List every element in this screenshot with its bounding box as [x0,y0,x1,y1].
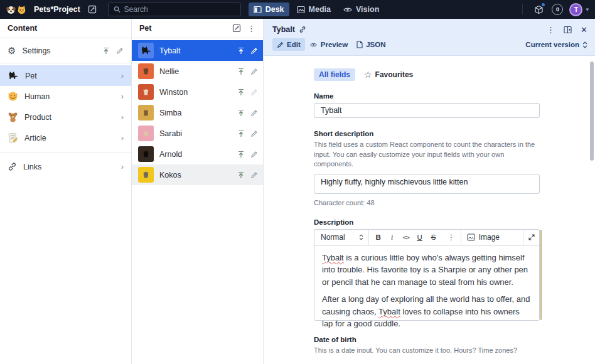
edit-pencil-icon[interactable] [250,151,258,158]
pet-row-kokos[interactable]: Kokos [132,164,263,185]
chevron-right-icon: › [121,162,124,171]
pet-thumbnail [138,105,154,120]
pet-name: Winston [159,88,232,97]
comments-count-badge[interactable]: 0 [550,3,564,16]
updates-package-icon[interactable] [532,3,545,16]
app-root: Pets*Project Desk [0,0,595,364]
tab-vision[interactable]: Vision [338,3,384,16]
sidebar-item-settings[interactable]: ⚙ Settings [0,40,131,61]
pet-row-winston[interactable]: Winston [132,82,263,102]
strikethrough-button[interactable]: S [428,232,439,243]
edit-pencil-icon[interactable] [116,47,124,55]
tool-menu: Desk Media Vision [249,3,385,16]
underline-button[interactable]: U [414,232,426,243]
pet-row-sarabi[interactable]: Sarabi [132,123,263,144]
edit-pencil-icon[interactable] [250,68,258,75]
bold-button[interactable]: B [373,232,384,243]
field-label: Short description [314,130,540,137]
search-box[interactable] [108,3,241,16]
split-pane-icon[interactable] [564,26,572,34]
edit-pencil-icon[interactable] [250,88,258,96]
black-cat-icon [8,71,19,81]
paragraph: Tybalt is a curious little boy who's alw… [322,252,532,289]
sidebar-item-links[interactable]: Links › [0,156,131,177]
tab-desk[interactable]: Desk [249,3,289,16]
document-menu-icon[interactable]: ⋮ [547,25,555,35]
sidebar-item-pet[interactable]: Pet › [0,65,131,86]
project-title[interactable]: Pets*Project [34,5,80,14]
group-tab-favourites[interactable]: ☆ Favourites [364,70,413,80]
divider [0,152,131,153]
sidebar-item-human[interactable]: Human › [0,86,131,107]
dog-emoji-icon [6,5,16,14]
scrollbar-thumb[interactable] [590,62,594,161]
publish-icon[interactable] [237,151,245,158]
user-menu[interactable]: T ▾ [569,3,589,16]
sidebar-item-label: Links [23,163,41,171]
edit-pencil-icon[interactable] [250,171,258,179]
pet-thumbnail [138,126,154,141]
code-button[interactable]: <> [400,232,412,243]
memo-icon [8,132,18,143]
sidebar-item-label: Article [24,134,46,142]
updates-dot [542,3,545,6]
edit-pencil-icon[interactable] [250,109,258,117]
pet-thumbnail [138,63,154,79]
document-pane: Tybalt ⋮ ✕ [264,19,595,364]
tab-json[interactable]: JSON [352,38,390,51]
topbar-divider [522,4,523,15]
sidebar-title: Content [8,24,124,33]
expand-editor-icon[interactable] [523,230,539,245]
publish-icon[interactable] [237,68,245,75]
field-help-text: This field uses a custom React component… [314,140,540,169]
sidebar-item-product[interactable]: Product › [0,107,131,127]
publish-icon[interactable] [237,171,245,179]
vision-eye-icon [343,6,352,14]
field-label: Description [314,218,540,226]
pet-list-pane: Pet ⋮ Tybalt [132,19,264,364]
pet-row-nellie[interactable]: Nellie [132,61,263,82]
pet-row-simba[interactable]: Simba [132,102,263,123]
character-count: Character count: 48 [314,199,540,206]
edit-pencil-icon[interactable] [250,47,258,55]
pet-thumbnail [138,43,154,58]
cat-emoji-icon [17,5,26,14]
edit-pencil-icon[interactable] [250,130,258,137]
field-date-of-birth: Date of birth This is a date input. You … [314,336,540,353]
name-input[interactable] [314,103,540,118]
tab-media[interactable]: Media [292,3,336,16]
field-name: Name [314,92,540,118]
pet-thumbnail [138,84,154,100]
overflow-menu-icon[interactable]: ⋮ [247,24,255,33]
change-indicator-bar[interactable] [540,230,542,320]
publish-icon[interactable] [102,47,110,55]
toolbar-overflow-icon[interactable]: ⋮ [446,232,457,243]
close-icon[interactable]: ✕ [581,25,587,35]
tab-edit[interactable]: Edit [272,38,305,51]
publish-icon[interactable] [237,130,245,137]
create-new-icon[interactable] [232,24,241,33]
pet-name: Kokos [159,171,232,179]
pet-row-tybalt[interactable]: Tybalt [132,40,263,61]
sidebar-item-article[interactable]: Article › [0,127,131,148]
tab-preview[interactable]: Preview [305,38,352,51]
italic-button[interactable]: i [387,232,398,243]
top-bar: Pets*Project Desk [0,0,595,19]
rich-text-content[interactable]: Tybalt is a curious little boy who's alw… [314,246,539,320]
field-description: Description Normal B i <> [314,218,540,321]
sidebar-item-label: Human [24,92,50,101]
group-tab-all-fields[interactable]: All fields [314,68,355,81]
compose-icon[interactable] [85,3,99,16]
version-select[interactable]: Current version [525,41,587,48]
pet-row-arnold[interactable]: Arnold [132,144,263,164]
publish-icon[interactable] [237,109,245,117]
style-select[interactable]: Normal [314,230,369,245]
publish-icon[interactable] [237,47,245,55]
link-icon[interactable] [299,26,306,33]
insert-image-button[interactable]: Image [461,230,523,245]
short-description-input[interactable]: Highly fluffy, highly mischievous little… [314,174,540,194]
publish-icon[interactable] [237,88,245,96]
teddy-bear-icon [8,112,18,122]
desk-icon [254,6,262,14]
search-input[interactable] [124,5,235,14]
